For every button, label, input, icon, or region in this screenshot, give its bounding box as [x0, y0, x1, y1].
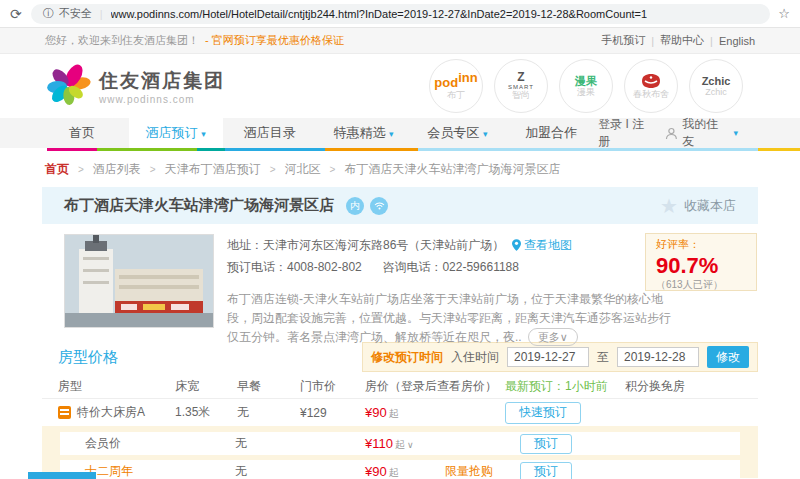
divider: |	[710, 35, 713, 47]
brand-label: 智尚	[512, 91, 530, 101]
book-button[interactable]: 预订	[520, 434, 572, 454]
hotel-info-section: 地址：天津市河东区海河东路86号（天津站前广场） 查看地图 预订电话：4008-…	[42, 224, 758, 339]
logo-title: 住友酒店集团	[99, 68, 225, 94]
site-header: 住友酒店集团 www.podinns.com podinn 布丁 Z SMART…	[0, 54, 800, 118]
rate-row-anniversary[interactable]: 十二周年 无 ¥90起 限量抢购 预订	[60, 460, 740, 479]
my-account-menu[interactable]: 我的住友 ▾	[665, 116, 738, 150]
breakfast-value: 无	[235, 435, 365, 452]
star-icon: ★	[660, 194, 678, 218]
site-logo[interactable]: 住友酒店集团 www.podinns.com	[45, 63, 225, 109]
mango-logo: 漫果	[575, 75, 597, 87]
price-suffix: 起	[395, 439, 405, 450]
modify-button[interactable]: 修改	[707, 346, 749, 368]
chevron-down-icon: ▾	[201, 129, 206, 139]
login-register-link[interactable]: 登录 I 注册	[598, 116, 655, 150]
more-button[interactable]: 更多∨	[528, 328, 578, 346]
zsmart-logo-sub: SMART	[508, 84, 534, 91]
wifi-icon	[370, 197, 388, 215]
consult-phone: 咨询电话：022-59661188	[382, 260, 519, 274]
bed-width-value: 1.35米	[175, 404, 237, 421]
english-link[interactable]: English	[719, 35, 755, 47]
breakfast-value: 无	[237, 404, 300, 421]
to-label: 至	[597, 349, 609, 366]
brand-chunqiu[interactable]: 春秋布舍	[624, 59, 678, 113]
col-room-type: 房型	[58, 378, 175, 395]
price-value: ¥90	[365, 405, 387, 420]
checkin-label: 入住时间	[451, 349, 499, 366]
breadcrumb-city[interactable]: 天津布丁酒店预订	[165, 161, 261, 178]
favorite-label: 收藏本店	[684, 197, 736, 215]
zchic-logo: Zchic	[702, 75, 731, 87]
chevron-down-icon[interactable]: ∨	[407, 440, 414, 450]
hotel-photo[interactable]	[64, 234, 214, 328]
breadcrumb-district[interactable]: 河北区	[285, 161, 321, 178]
brand-label: 春秋布舍	[633, 90, 669, 100]
brand-label: 布丁	[447, 91, 465, 101]
url-text: www.podinns.com/Hotel/HotelDetail/cntjtj…	[111, 8, 648, 20]
breadcrumb-home[interactable]: 首页	[45, 161, 69, 178]
user-icon	[665, 127, 678, 140]
main-nav: 首页 酒店预订 ▾ 酒店目录 特惠精选 ▾ 会员专区 ▾ 加盟合作 登录 I 注…	[0, 118, 800, 148]
rate-plans-panel: 会员价 无 ¥110起∨ 预订 十二周年 无 ¥90起 限量抢购 预订	[42, 426, 758, 478]
browser-chrome: ⟳ ⓘ 不安全 | www.podinns.com/Hotel/HotelDet…	[0, 0, 800, 28]
nav-hotel-directory[interactable]: 酒店目录	[223, 118, 317, 148]
utility-bar: 您好，欢迎来到住友酒店集团！ - 官网预订享最优惠价格保证 手机预订 | 帮助中…	[0, 28, 800, 54]
security-label: 不安全	[59, 6, 92, 21]
col-breakfast: 早餐	[237, 378, 300, 395]
site-info-icon[interactable]: ⓘ	[43, 6, 54, 21]
nav-hotel-booking[interactable]: 酒店预订 ▾	[129, 118, 223, 148]
room-name: 特价大床房A	[77, 404, 145, 421]
favorite-hotel-button[interactable]: ★ 收藏本店	[660, 194, 736, 218]
price-suffix: 起	[389, 467, 399, 478]
nav-member-zone[interactable]: 会员专区 ▾	[410, 118, 504, 148]
address-bar[interactable]: ⓘ 不安全 | www.podinns.com/Hotel/HotelDetai…	[31, 4, 771, 24]
promo-link[interactable]: - 官网预订享最优惠价格保证	[205, 33, 344, 48]
podinn-logo-suffix: inn	[458, 70, 478, 85]
latest-booking-note: 最新预订：1小时前	[505, 378, 625, 395]
map-pin-icon	[512, 239, 521, 251]
hotel-name: 布丁酒店天津火车站津湾广场海河景区店	[64, 196, 334, 215]
nav-franchise[interactable]: 加盟合作	[504, 118, 598, 148]
breadcrumb-hotel-list[interactable]: 酒店列表	[93, 161, 141, 178]
hotel-title-bar: 布丁酒店天津火车站津湾广场海河景区店 内 ★ 收藏本店	[42, 187, 758, 224]
checkin-date-input[interactable]	[507, 347, 589, 367]
price-value: ¥90	[365, 464, 387, 479]
zsmart-logo: Z	[517, 71, 524, 84]
logo-subtitle: www.podinns.com	[99, 94, 225, 105]
help-center-link[interactable]: 帮助中心	[660, 33, 704, 48]
rate-row-member[interactable]: 会员价 无 ¥110起∨ 预订	[60, 432, 740, 455]
rating-value: 90.7%	[656, 252, 746, 280]
col-bed-width: 床宽	[175, 378, 237, 395]
reload-icon[interactable]: ⟳	[10, 6, 22, 22]
chevron-down-icon: ▾	[483, 129, 488, 139]
nav-specials[interactable]: 特惠精选 ▾	[317, 118, 411, 148]
bookmark-star-icon[interactable]: ☆	[778, 6, 790, 21]
brand-mango[interactable]: 漫果 漫果	[559, 59, 613, 113]
hotel-address: 地址：天津市河东区海河东路86号（天津站前广场）	[227, 238, 504, 252]
brand-podinn[interactable]: podinn 布丁	[429, 59, 483, 113]
col-points-redeem: 积分换免房	[625, 378, 758, 395]
rate-name: 会员价	[85, 435, 235, 452]
room-row-main[interactable]: 特价大床房A 1.35米 无 ¥129 ¥90起 快速预订	[42, 399, 758, 426]
checkout-date-input[interactable]	[617, 347, 699, 367]
book-button[interactable]: 预订	[520, 462, 572, 479]
footer-edge	[28, 472, 96, 479]
room-table-header: 房型 床宽 早餐 门市价 房价（登录后查看房价） 最新预订：1小时前 积分换免房	[42, 375, 758, 399]
breadcrumb-separator: >	[270, 164, 276, 175]
rating-box[interactable]: 好评率： 90.7% （613人已评）	[645, 233, 757, 291]
breakfast-value: 无	[235, 463, 365, 479]
rainbow-divider	[0, 148, 800, 151]
hotel-description: 布丁酒店连锁-天津火车站前广场店坐落于天津站前广场，位于天津最繁华的核心地段，周…	[227, 290, 679, 347]
nav-home[interactable]: 首页	[35, 118, 129, 148]
brand-label: 漫果	[577, 88, 595, 98]
breadcrumb-separator: >	[78, 164, 84, 175]
mobile-booking-link[interactable]: 手机预订	[601, 33, 645, 48]
quick-book-button[interactable]: 快速预订	[505, 402, 581, 424]
chunqiu-logo-icon	[640, 73, 662, 89]
divider: |	[651, 35, 654, 47]
section-title: 房型价格	[58, 348, 118, 367]
breadcrumb: 首页 > 酒店列表 > 天津布丁酒店预订 > 河北区 > 布丁酒店天津火车站津湾…	[0, 151, 800, 187]
view-map-link[interactable]: 查看地图	[524, 238, 572, 252]
brand-zchic[interactable]: Zchic Zchic	[689, 59, 743, 113]
brand-zsmart[interactable]: Z SMART 智尚	[494, 59, 548, 113]
